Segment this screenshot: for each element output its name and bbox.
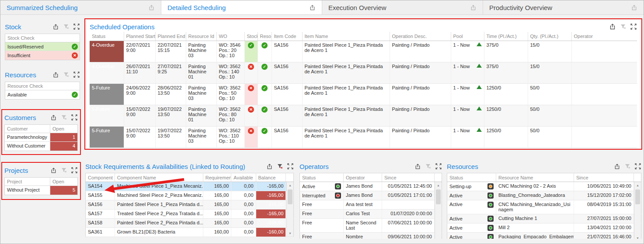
tab-productivity-overview[interactable]: Productivity Overview (483, 0, 644, 14)
operator-row[interactable]: Interrupted James Bond 01/05/2021 17:01:… (300, 191, 442, 200)
column-header[interactable]: Reso... (258, 32, 272, 41)
project-row[interactable]: Without Project 5 (5, 186, 77, 195)
operator-row[interactable]: Free Carlos Test 01/07/2020 0:00:00 (300, 210, 442, 219)
column-header[interactable]: Available (231, 173, 256, 182)
export-icon[interactable] (266, 163, 273, 170)
operator-row[interactable]: Free Name Second Last 07/06/2021 10:00:0… (300, 219, 442, 233)
resource-row[interactable]: Active CNC Machining_Mecanizado_Usinagem… (447, 200, 641, 214)
scrollbar-thumb[interactable] (436, 189, 441, 204)
export-icon[interactable] (414, 163, 421, 170)
column-header[interactable]: Resource Name (496, 173, 574, 182)
stock-row-issued-reserved[interactable]: Issued/Reserved ✓ (5, 42, 80, 51)
export-icon[interactable] (470, 4, 477, 11)
clear-filter-icon[interactable] (620, 23, 627, 30)
customer-row[interactable]: Parametechnology 1 (5, 133, 77, 142)
column-header[interactable]: Pool (451, 32, 484, 41)
component-row[interactable]: SA156 Painted Steel Piece 1_Pieza Pintad… (86, 200, 294, 210)
operation-row[interactable]: 5-Future 15/07/2022 9:00 19/07/2022 13:5… (90, 105, 637, 126)
resource-row-available[interactable]: Available ✓ (5, 90, 80, 99)
stock-row-insufficient[interactable]: Insufficient ✕ (5, 51, 80, 60)
clear-filter-icon[interactable] (63, 23, 70, 30)
expand-icon[interactable] (435, 163, 442, 170)
resource-row[interactable]: Active Cutting Machine 1 27/07/2021 15:0… (447, 214, 641, 223)
export-icon[interactable] (630, 4, 637, 11)
clear-filter-icon[interactable] (60, 167, 67, 174)
export-icon[interactable] (148, 4, 155, 11)
tab-detailed-scheduling[interactable]: Detailed Scheduling (161, 0, 322, 14)
column-header[interactable]: Operator (344, 173, 382, 182)
expand-icon[interactable] (634, 163, 641, 170)
export-icon[interactable] (52, 23, 59, 30)
clear-filter-icon[interactable] (624, 163, 631, 170)
component-row[interactable]: SA361 Grown BL21(DE3) Bacteria 160,00 0,… (86, 228, 294, 237)
scroll-up-button[interactable]: ▲ (287, 182, 293, 189)
column-header[interactable]: Status (300, 173, 344, 182)
operation-row[interactable]: 5-Future 15/07/2022 9:00 19/07/2022 13:5… (90, 126, 637, 148)
tab-execution-overview[interactable]: Execution Overview (322, 0, 483, 14)
resource-row[interactable]: Setting-up CNC Machining 02 - 2 Axis 10/… (447, 182, 641, 191)
vertical-scrollbar[interactable]: ▲ ▼ (435, 182, 442, 239)
clear-filter-icon[interactable] (425, 163, 432, 170)
scroll-down-button[interactable]: ▼ (634, 235, 641, 239)
column-header[interactable]: Resource Id (186, 32, 216, 41)
column-header[interactable]: Balance (256, 173, 286, 182)
operator-row[interactable]: Free Ana test test (300, 200, 442, 210)
export-icon[interactable] (613, 163, 620, 170)
column-header[interactable]: Planned End (155, 32, 186, 41)
operator-row[interactable]: Free Nombre Apellido 09/06/2021 10:00:00 (300, 233, 442, 239)
export-icon[interactable] (52, 71, 59, 78)
clear-filter-active-icon[interactable] (276, 163, 283, 170)
clear-filter-icon[interactable] (63, 71, 70, 78)
column-header[interactable]: Item Name (302, 32, 390, 41)
scroll-up-button[interactable]: ▲ (634, 182, 641, 189)
vertical-scrollbar[interactable]: ▲ ▼ (634, 182, 641, 239)
scrollbar-thumb[interactable] (288, 189, 292, 204)
export-icon[interactable] (309, 4, 316, 11)
operation-row[interactable]: 4-Overdue 26/07/2021 11:10 27/07/2021 9:… (90, 62, 637, 83)
export-icon[interactable] (50, 167, 57, 174)
resource-row[interactable]: Active Blasting_Chorreado_Jateadora 15/1… (447, 191, 641, 200)
customer-row[interactable]: Without Customer 4 (5, 142, 77, 151)
operation-row[interactable]: 5-Future 24/06/2022 9:00 28/06/2022 13:5… (90, 83, 637, 105)
component-row[interactable]: SA154 Machined Steel Piece 1_Pieza Mecan… (86, 182, 294, 191)
resource-row[interactable]: Active Mill 2 13/04/2021 12:00:00 (447, 223, 641, 233)
column-header[interactable]: Component Name (115, 173, 203, 182)
component-row[interactable]: SA157 Treated Steel Piece 2_Pieza Tratad… (86, 210, 294, 219)
export-icon[interactable] (609, 23, 616, 30)
operator-row[interactable]: Active James Bond 01/05/2021 12:45:00 (300, 182, 442, 191)
resource-row[interactable]: Active Packaging_Empacado_Embalagem 21/0… (447, 233, 641, 239)
column-header[interactable]: Since (382, 173, 435, 182)
stock-requirements-table: Component Component Name Requirement Ava… (85, 173, 294, 237)
expand-icon[interactable] (71, 167, 78, 174)
component-row[interactable]: SA155 Machined Steel Piece 2_Pieza Mecan… (86, 191, 294, 200)
column-header[interactable]: Requirement (203, 173, 231, 182)
column-header[interactable]: Since (574, 173, 634, 182)
column-header[interactable]: Status (447, 173, 496, 182)
operation-row[interactable]: 4-Overdue 22/07/2021 9:00 22/07/2021 15:… (90, 41, 637, 62)
scrollbar-thumb[interactable] (635, 189, 640, 204)
tab-summarized-scheduling[interactable]: Summarized Scheduling (0, 0, 161, 14)
scroll-up-button[interactable]: ▲ (435, 182, 442, 189)
component-row[interactable]: SA158 Painted Steel Piece 2_Pieza Pintad… (86, 219, 294, 228)
expand-icon[interactable] (287, 163, 294, 170)
export-icon[interactable] (50, 114, 57, 121)
resources-panel-title: Resources (5, 71, 52, 79)
column-header[interactable]: Time (Pl./Act.) (484, 32, 528, 41)
column-header[interactable]: WO (216, 32, 244, 41)
column-header[interactable]: Planned Start (124, 32, 155, 41)
expand-icon[interactable] (71, 114, 78, 121)
tab-bar: Summarized Scheduling Detailed Schedulin… (0, 0, 644, 15)
vertical-scrollbar[interactable]: ▲ ▼ (286, 182, 293, 237)
column-header[interactable]: Status (90, 32, 124, 41)
clear-filter-icon[interactable] (60, 114, 67, 121)
column-header[interactable]: Stock (244, 32, 258, 41)
column-header[interactable]: Qty. (Pl./Act.) (528, 32, 571, 41)
expand-icon[interactable] (73, 71, 80, 78)
expand-icon[interactable] (73, 23, 80, 30)
column-header[interactable]: Operation Desc. (390, 32, 451, 41)
scroll-down-button[interactable]: ▼ (287, 230, 293, 237)
column-header[interactable]: Item Code (272, 32, 302, 41)
expand-icon[interactable] (630, 23, 637, 30)
column-header[interactable]: Operator (571, 32, 637, 41)
column-header[interactable]: Component (86, 173, 115, 182)
